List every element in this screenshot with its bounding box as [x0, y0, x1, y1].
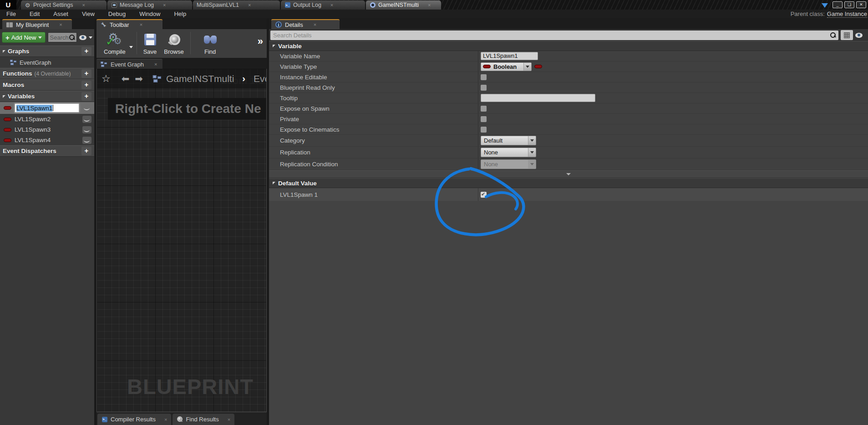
close-icon[interactable]: ×	[59, 22, 62, 27]
variable-rename-input[interactable]: LVL1Spawn1	[15, 103, 79, 113]
close-icon[interactable]: ×	[228, 417, 230, 422]
closed-eye-icon[interactable]	[82, 137, 91, 144]
event-graph-canvas[interactable]: Zoom 1:1 ☆ ⬅ ➡ GameINSTmulti › Ever Righ…	[96, 69, 267, 412]
instance-editable-checkbox[interactable]	[481, 74, 487, 80]
tab-find-results[interactable]: Find Results ×	[173, 414, 234, 425]
add-function-button[interactable]: +	[81, 69, 91, 78]
close-icon[interactable]: ×	[330, 2, 333, 8]
update-arrow-icon[interactable]	[822, 3, 828, 8]
menu-help[interactable]: Help	[173, 10, 187, 17]
chevron-down-icon[interactable]	[89, 36, 92, 39]
private-checkbox[interactable]	[481, 116, 487, 122]
section-macros[interactable]: Macros +	[0, 79, 94, 91]
menu-edit[interactable]: Edit	[29, 10, 41, 17]
expose-to-cinematics-checkbox[interactable]	[481, 127, 487, 133]
forward-arrow-icon[interactable]: ➡	[135, 73, 143, 84]
menu-window[interactable]: Window	[138, 10, 161, 17]
replication-dropdown[interactable]: None	[481, 148, 536, 157]
minimize-button[interactable]: _	[832, 1, 843, 8]
variable-type-dropdown[interactable]: Boolean	[481, 62, 532, 71]
close-icon[interactable]: ×	[428, 2, 431, 8]
breadcrumb[interactable]: GameINSTmulti	[166, 73, 234, 84]
close-icon[interactable]: ×	[154, 61, 157, 67]
variable-row-lvl1spawn2[interactable]: LVL1Spawn2	[0, 114, 94, 124]
row-category: Category Default	[269, 135, 868, 147]
default-value-checkbox[interactable]	[481, 192, 487, 198]
blueprint-search-box[interactable]	[48, 32, 77, 42]
find-button[interactable]: Find	[200, 30, 221, 56]
variable-row-lvl1spawn4[interactable]: LVL1Spawn4	[0, 135, 94, 145]
tab-event-graph[interactable]: Event Graph ×	[96, 59, 162, 69]
closed-eye-icon[interactable]	[82, 116, 91, 123]
section-label: Default Value	[278, 180, 317, 187]
toolbar-overflow-icon[interactable]: »	[258, 36, 263, 47]
window-tab-output-log[interactable]: >_ Output Log ×	[281, 0, 365, 10]
breadcrumb-chevron-icon: ›	[242, 73, 245, 84]
property-label: Instance Editable	[269, 72, 478, 82]
visibility-eye-icon[interactable]	[79, 35, 86, 40]
advanced-properties-expander[interactable]	[269, 170, 868, 178]
tab-details[interactable]: i Details ×	[271, 19, 340, 29]
closed-eye-icon[interactable]	[82, 104, 91, 112]
list-item-eventgraph[interactable]: EventGraph	[0, 57, 94, 68]
variable-row-lvl1spawn1[interactable]: LVL1Spawn1	[0, 102, 94, 114]
compile-options-chevron-icon[interactable]	[129, 46, 133, 48]
close-icon[interactable]: ×	[314, 22, 316, 27]
variable-name-field[interactable]: LVL1Spawn1	[481, 52, 538, 60]
graph-icon	[101, 61, 107, 67]
close-icon[interactable]: ×	[164, 417, 167, 422]
details-view-options[interactable]	[855, 33, 867, 38]
section-graphs[interactable]: Graphs +	[0, 46, 94, 57]
details-search-box[interactable]	[270, 31, 838, 40]
save-floppy-icon	[144, 34, 156, 46]
menu-view[interactable]: View	[81, 10, 96, 17]
tab-my-blueprint[interactable]: My Blueprint ×	[2, 19, 72, 29]
parent-class-link[interactable]: Game Instance	[827, 10, 867, 18]
variable-row-lvl1spawn3[interactable]: LVL1Spawn3	[0, 124, 94, 135]
details-search-input[interactable]	[273, 32, 830, 39]
close-icon[interactable]: ×	[140, 22, 142, 27]
search-icon	[177, 416, 183, 422]
window-tab-multispawnlvl1[interactable]: MultiSpawnLVL1 ×	[193, 0, 280, 10]
property-matrix-button[interactable]	[841, 30, 853, 40]
add-graph-button[interactable]: +	[81, 47, 91, 56]
menu-file[interactable]: File	[5, 10, 17, 17]
maximize-button[interactable]: ❏	[844, 1, 854, 8]
close-icon[interactable]: ×	[163, 2, 166, 8]
boolean-pill-icon	[483, 65, 491, 68]
add-macro-button[interactable]: +	[81, 81, 91, 89]
category-dropdown[interactable]: Default	[481, 136, 536, 145]
window-tab-project-settings[interactable]: ⚙ Project Settings ×	[21, 0, 107, 10]
close-icon[interactable]: ×	[248, 2, 251, 8]
tooltip-field[interactable]	[481, 94, 595, 102]
section-variables[interactable]: Variables +	[0, 91, 94, 102]
save-button[interactable]: Save	[140, 30, 161, 56]
browse-button[interactable]: Browse	[160, 30, 187, 56]
compile-button[interactable]: ⚙ ⚙ ✓ Compile	[100, 30, 129, 56]
tab-compiler-results[interactable]: >_ Compiler Results ×	[97, 414, 171, 425]
add-variable-button[interactable]: +	[81, 92, 91, 101]
section-event-dispatchers[interactable]: Event Dispatchers +	[0, 145, 94, 157]
tab-toolbar[interactable]: 🔧︎ Toolbar ×	[96, 19, 162, 29]
closed-eye-icon[interactable]	[82, 126, 91, 133]
row-tooltip: Tooltip	[269, 93, 868, 103]
blueprint-read-only-checkbox[interactable]	[481, 85, 487, 91]
close-icon[interactable]: ×	[82, 2, 85, 8]
section-variable-header[interactable]: Variable	[269, 41, 868, 51]
favorite-star-icon[interactable]: ☆	[102, 73, 111, 85]
expose-on-spawn-checkbox[interactable]	[481, 106, 487, 112]
window-tab-gameinstmulti[interactable]: GameINSTmulti ×	[366, 0, 441, 10]
add-event-dispatcher-button[interactable]: +	[81, 147, 91, 155]
section-default-value-header[interactable]: Default Value	[269, 178, 868, 188]
close-window-button[interactable]: ✕	[856, 1, 866, 8]
blueprint-search-input[interactable]	[50, 34, 69, 41]
back-arrow-icon[interactable]: ⬅	[122, 73, 130, 84]
dropdown-value: None	[481, 161, 528, 168]
section-functions[interactable]: Functions (4 Overridable) +	[0, 68, 94, 79]
menu-debug[interactable]: Debug	[107, 10, 127, 17]
selected-text: LVL1Spawn1	[16, 105, 52, 112]
window-tab-message-log[interactable]: Message Log ×	[107, 0, 192, 10]
menu-asset[interactable]: Asset	[52, 10, 69, 17]
add-new-button[interactable]: + Add New	[2, 32, 46, 43]
breadcrumb-leaf[interactable]: Ever	[254, 73, 267, 84]
